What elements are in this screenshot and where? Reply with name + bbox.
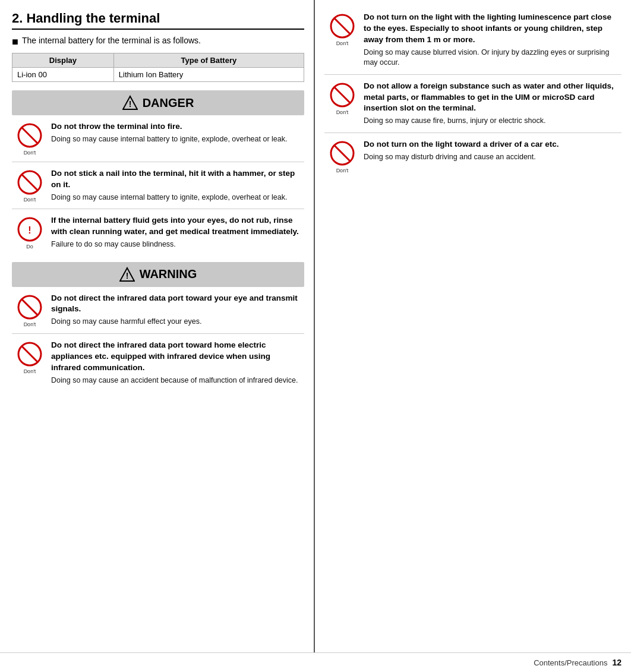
warning-item-1-bold: Do not direct the infrared data port tow… (51, 293, 302, 316)
right-item-3-normal: Doing so may disturb driving and cause a… (364, 152, 619, 163)
right-item-1: Don't Do not turn on the light with the … (324, 6, 621, 75)
warning-item-1-normal: Doing so may cause harmful effect your e… (51, 317, 302, 327)
table-row: Li-ion 00 Lithium Ion Battery (12, 68, 304, 82)
svg-line-13 (21, 346, 38, 362)
danger-item-2: Don't Do not stick a nail into the termi… (12, 162, 304, 209)
warning-dont-label-1: Don't (24, 321, 36, 327)
warning-label: WARNING (140, 267, 197, 281)
dont-icon-box-1: Don't (14, 121, 45, 156)
danger-triangle-icon: ! (122, 95, 138, 111)
danger-item-3-bold: If the internal battery fluid gets into … (51, 215, 302, 238)
right-item-2-normal: Doing so may cause fire, burns, injury o… (364, 116, 619, 127)
right-item-3-text: Do not turn on the light toward a driver… (364, 139, 619, 162)
section-title: 2. Handling the terminal (12, 11, 304, 30)
right-item-1-normal: Doing so may cause blurred vision. Or in… (364, 48, 619, 68)
warning-item-1-text: Do not direct the infrared data port tow… (51, 293, 302, 327)
table-cell-display: Li-ion 00 (12, 68, 114, 82)
do-label: Do (26, 244, 33, 250)
warning-items-container: Don't Do not direct the infrared data po… (12, 287, 304, 392)
footer: Contents/Precautions 12 (0, 652, 631, 672)
do-icon: ! (17, 216, 43, 242)
danger-item-3: ! Do If the internal battery fluid gets … (12, 209, 304, 255)
right-dont-label-1: Don't (336, 40, 349, 46)
right-dont-icon-3 (329, 140, 355, 166)
warning-item-1: Don't Do not direct the infrared data po… (12, 287, 304, 334)
right-dont-icon-2 (329, 82, 355, 108)
svg-line-3 (21, 127, 38, 144)
table-header-display: Display (12, 53, 114, 68)
warning-item-2-normal: Doing so may cause an accident because o… (51, 376, 302, 386)
danger-header: ! DANGER (12, 90, 304, 115)
right-item-1-bold: Do not turn on the light with the lighti… (364, 12, 619, 46)
right-item-2-text: Do not allow a foreign substance such as… (364, 81, 619, 127)
danger-label: DANGER (143, 96, 194, 110)
right-dont-icon-1 (329, 13, 355, 39)
warning-dont-icon-box-1: Don't (14, 293, 45, 327)
danger-item-1-normal: Doing so may cause internal battery to i… (51, 134, 302, 145)
dont-icon-box-2: Don't (14, 168, 45, 203)
right-dont-label-3: Don't (336, 168, 349, 173)
svg-line-5 (21, 174, 38, 191)
battery-table: Display Type of Battery Li-ion 00 Lithiu… (12, 53, 304, 82)
dont-icon-2 (17, 169, 43, 195)
dont-icon-1 (17, 122, 43, 149)
do-icon-box: ! Do (14, 215, 45, 250)
warning-dont-label-2: Don't (24, 368, 36, 374)
warning-dont-icon-2 (17, 341, 43, 367)
svg-text:!: ! (125, 271, 128, 280)
warning-item-2-text: Do not direct the infrared data port tow… (51, 340, 302, 386)
warning-dont-icon-box-2: Don't (14, 340, 45, 374)
warning-dont-icon-1 (17, 294, 43, 320)
right-item-2: Don't Do not allow a foreign substance s… (324, 75, 621, 133)
svg-line-17 (334, 87, 351, 103)
intro-text: The internal battery for the terminal is… (22, 36, 201, 45)
footer-text: Contents/Precautions (534, 658, 607, 667)
danger-item-3-normal: Failure to do so may cause blindness. (51, 239, 302, 250)
right-dont-icon-box-2: Don't (327, 81, 358, 115)
svg-line-19 (334, 145, 351, 162)
danger-item-1-text: Do not throw the terminal into fire. Doi… (51, 121, 302, 144)
left-column: 2. Handling the terminal ■ The internal … (0, 0, 315, 652)
svg-text:!: ! (128, 99, 131, 109)
dont-label-2: Don't (24, 197, 36, 203)
right-item-3: Don't Do not turn on the light toward a … (324, 133, 621, 179)
right-item-1-text: Do not turn on the light with the lighti… (364, 12, 619, 68)
danger-item-2-text: Do not stick a nail into the terminal, h… (51, 168, 302, 203)
bullet: ■ (12, 36, 18, 47)
danger-item-1-bold: Do not throw the terminal into fire. (51, 121, 302, 132)
right-dont-icon-box-3: Don't (327, 139, 358, 173)
svg-line-15 (334, 18, 351, 34)
right-dont-label-2: Don't (336, 109, 349, 115)
warning-triangle-icon: ! (119, 267, 135, 282)
dont-label-1: Don't (24, 150, 36, 156)
danger-items-container: Don't Do not throw the terminal into fir… (12, 115, 304, 256)
warning-item-2-bold: Do not direct the infrared data port tow… (51, 340, 302, 374)
warning-header: ! WARNING (12, 262, 304, 287)
right-item-3-bold: Do not turn on the light toward a driver… (364, 139, 619, 150)
right-item-2-bold: Do not allow a foreign substance such as… (364, 81, 619, 115)
svg-line-11 (21, 299, 38, 316)
right-column: Don't Do not turn on the light with the … (315, 0, 631, 652)
intro-block: ■ The internal battery for the terminal … (12, 36, 304, 47)
danger-item-2-bold: Do not stick a nail into the terminal, h… (51, 168, 302, 191)
svg-text:!: ! (28, 225, 31, 235)
table-cell-battery: Lithium Ion Battery (113, 68, 304, 82)
danger-item-3-text: If the internal battery fluid gets into … (51, 215, 302, 250)
danger-item-2-normal: Doing so may cause internal battery to i… (51, 193, 302, 203)
table-header-battery-type: Type of Battery (113, 53, 304, 68)
footer-page: 12 (612, 658, 621, 667)
warning-item-2: Don't Do not direct the infrared data po… (12, 334, 304, 392)
danger-item-1: Don't Do not throw the terminal into fir… (12, 115, 304, 162)
right-dont-icon-box-1: Don't (327, 12, 358, 46)
